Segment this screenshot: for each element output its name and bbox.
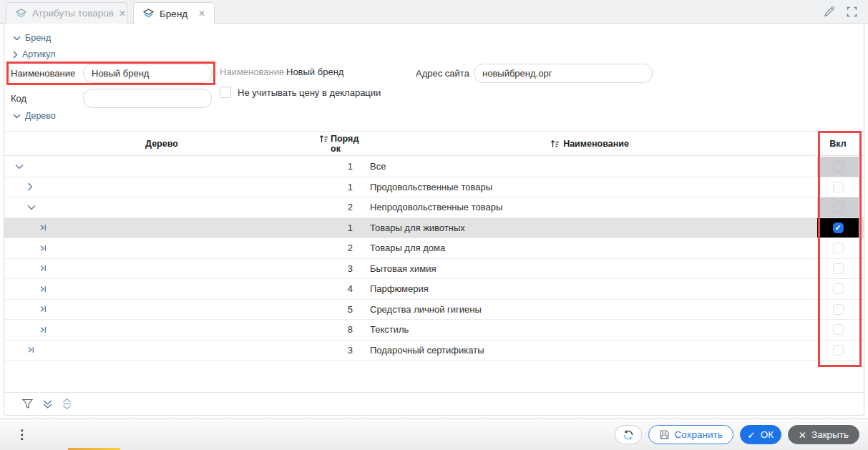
kebab-menu-icon[interactable]: ⋮ [9,426,35,444]
tree-expander-icon[interactable] [4,205,36,210]
column-header-incl[interactable]: Вкл [817,139,859,149]
section-toggle-tree[interactable]: Дерево [13,111,56,121]
ok-button[interactable]: ✓ ОК [740,425,781,444]
table-row[interactable]: 1Все [4,157,864,177]
section-toggle-brand[interactable]: Бренд [13,33,51,43]
include-cell[interactable]: ✓ [817,218,859,238]
name-field-label: Наименование [11,68,75,79]
edit-icon[interactable] [823,5,836,18]
table-row[interactable]: 3Бытовая химия [4,259,864,280]
ok-button-label: ОК [761,429,774,440]
declaration-checkbox[interactable] [220,87,231,98]
tree-expander-icon[interactable] [4,164,24,170]
expand-fullscreen-icon[interactable] [846,5,858,18]
name-cell: Непродовольственные товары [362,197,817,217]
order-cell: 2 [319,197,362,217]
check-icon: ✓ [747,429,755,441]
include-checkbox[interactable] [833,243,844,253]
name-display-label: Наименование [220,67,284,77]
order-cell: 3 [319,341,362,361]
column-header-label: Наименование [563,139,629,149]
column-header-name[interactable]: Наименование [362,139,817,149]
tree-expander-icon[interactable] [4,223,48,232]
tree-cell [4,320,319,340]
include-checkbox[interactable] [833,304,844,315]
tree-expander-icon[interactable] [4,285,48,293]
column-header-tree[interactable]: Дерево [4,139,319,149]
include-cell[interactable] [817,157,859,177]
tab-bar: Атрибуты товаров ✕ Бренд ✕ [0,0,868,24]
section-toggle-article[interactable]: Артикул [13,49,56,59]
include-cell[interactable] [817,300,859,320]
table-toolbar [4,392,864,415]
tab-label: Атрибуты товаров [32,8,114,19]
close-tab-icon[interactable]: ✕ [119,9,126,19]
filter-icon[interactable] [21,398,34,410]
include-checkbox[interactable] [833,283,844,294]
name-input[interactable] [83,64,212,83]
code-input[interactable] [83,89,212,108]
declaration-checkbox-label: Не учитывать цену в декларации [238,87,381,98]
close-icon: ✕ [799,429,806,441]
expand-all-icon[interactable] [42,399,53,409]
table-row[interactable]: 2Товары для дома [4,238,864,259]
include-cell[interactable] [817,320,859,340]
table-row[interactable]: 8Текстиль [4,320,864,341]
name-cell: Средства личной гигиены [362,300,817,320]
include-checkbox[interactable] [833,161,844,172]
include-cell[interactable] [817,279,859,299]
tree-expander-icon[interactable] [4,305,48,313]
table-row[interactable]: 1Продовольственные товары [4,177,864,198]
table-row[interactable]: 3Подарочный сертификаты [4,341,864,361]
table-row[interactable]: 2Непродовольственные товары [4,197,864,218]
section-label: Дерево [25,111,56,121]
column-header-order[interactable]: Порядок [319,134,362,154]
include-cell[interactable] [817,259,859,279]
code-field-label: Код [11,93,26,104]
tab-brand[interactable]: Бренд ✕ [133,2,215,25]
section-label: Бренд [25,33,51,43]
include-cell[interactable] [817,238,859,258]
include-checkbox[interactable] [833,263,844,274]
include-checkbox[interactable] [833,202,844,212]
close-button-label: Закрыть [811,429,849,440]
app-window: Атрибуты товаров ✕ Бренд ✕ Бренд Арт [0,0,868,450]
tree-cell [4,218,319,238]
tree-expander-icon[interactable] [4,346,36,354]
layers-icon [15,9,27,19]
tree-expander-icon[interactable] [4,182,33,191]
close-tab-icon[interactable]: ✕ [198,9,205,19]
include-cell[interactable] [817,197,859,217]
tree-expander-icon[interactable] [4,326,48,334]
table-row[interactable]: 4Парфюмерия [4,279,864,300]
tab-product-attributes[interactable]: Атрибуты товаров ✕ [6,2,127,24]
tree-expander-icon[interactable] [4,244,48,253]
include-checkbox[interactable] [833,324,844,335]
name-cell: Текстиль [362,320,817,340]
name-cell: Товары для дома [362,238,817,258]
order-cell: 4 [319,279,362,299]
declaration-checkbox-row[interactable]: Не учитывать цену в декларации [220,87,381,98]
include-checkbox[interactable] [833,182,844,192]
include-checkbox[interactable] [833,345,844,356]
tree-cell [4,300,319,320]
close-button[interactable]: ✕ Закрыть [788,425,859,444]
tree-cell [4,238,319,258]
tree-cell [4,177,319,197]
tree-expander-icon[interactable] [4,264,48,273]
table-row[interactable]: 1Товары для животных✓ [4,218,864,239]
include-checkbox[interactable]: ✓ [833,222,844,233]
name-display-value: Новый бренд [286,67,343,77]
save-button[interactable]: Сохранить [648,425,733,444]
table-header: Дерево Порядок Наименование Вкл [4,131,864,156]
include-cell[interactable] [817,341,859,361]
table-row[interactable]: 5Средства личной гигиены [4,300,864,321]
refresh-button[interactable] [615,425,642,444]
include-cell[interactable] [817,177,859,197]
sort-icon[interactable] [550,139,560,149]
order-cell: 1 [319,157,362,177]
tree-cell [4,279,319,299]
site-input[interactable] [474,64,653,83]
collapse-expand-icon[interactable] [62,398,72,410]
sort-icon[interactable] [319,134,328,144]
